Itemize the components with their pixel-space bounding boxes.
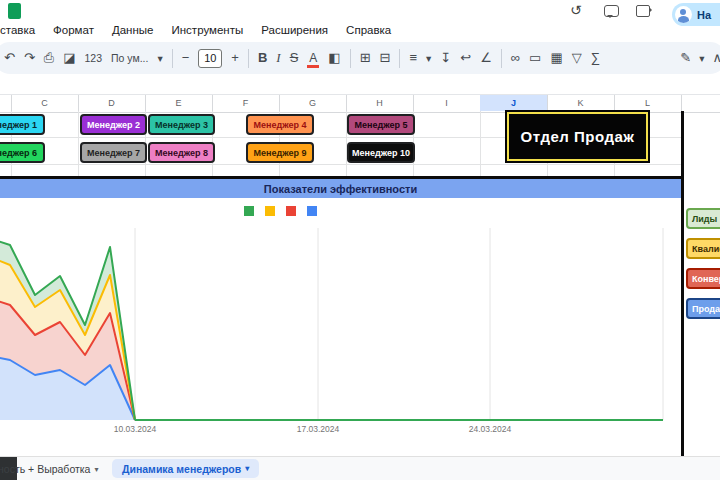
chart-title-banner: Показатели эффективности — [0, 179, 681, 198]
paint-format-icon[interactable]: ◪ — [63, 50, 75, 66]
menu-format[interactable]: Формат — [53, 24, 94, 36]
vertical-align-icon[interactable]: ↧ — [440, 50, 451, 66]
bold-button[interactable]: B — [258, 50, 267, 66]
sales-department-box[interactable]: Отдел Продаж — [507, 112, 648, 161]
text-color-button[interactable]: A — [307, 50, 319, 66]
redo-icon[interactable]: ↷ — [24, 50, 35, 66]
strikethrough-button[interactable]: S — [290, 50, 299, 66]
manager-chip-7[interactable]: Менеджер 7 — [80, 142, 147, 163]
x-axis-tick-label: 17.03.2024 — [288, 424, 348, 434]
black-divider-vertical — [681, 111, 684, 456]
italic-button[interactable]: I — [276, 50, 280, 66]
insert-link-icon[interactable]: ∞ — [511, 50, 520, 66]
menu-data[interactable]: Данные — [112, 24, 154, 36]
legend-swatch — [265, 206, 275, 216]
chevron-down-icon[interactable]: ▾ — [245, 464, 249, 473]
increase-font-icon[interactable]: + — [231, 50, 239, 66]
comments-icon[interactable] — [604, 5, 619, 17]
manager-chip-8[interactable]: Менеджер 8 — [148, 142, 215, 163]
fill-color-icon[interactable]: ◧ — [328, 50, 340, 66]
horizontal-align-icon[interactable]: ≡ — [409, 50, 417, 66]
text-wrap-icon[interactable]: ↩ — [460, 50, 471, 66]
history-icon[interactable]: ↺ — [570, 1, 582, 19]
x-axis-tick-label: 10.03.2024 — [105, 424, 165, 434]
chevron-down-icon[interactable]: ▾ — [94, 465, 98, 474]
toolbar: ↶ ↷ ⎙ ◪ 123 По ум... ▾ − 10 + B I S A ◧ … — [0, 42, 720, 74]
collapse-toolbar-icon[interactable]: ∧ — [712, 50, 720, 66]
share-button-label: На — [697, 9, 711, 21]
person-icon — [675, 6, 692, 23]
metric-chip-leads[interactable]: Лиды — [686, 208, 720, 229]
spreadsheet-app: ↺ На ставка Формат Данные Инструменты Ра… — [0, 0, 720, 480]
sheet-tab-label: ность + Выработка — [0, 463, 90, 475]
align-caret-icon[interactable]: ▾ — [426, 50, 431, 66]
menu-tools[interactable]: Инструменты — [172, 24, 244, 36]
edit-mode-caret-icon[interactable]: ▾ — [699, 50, 704, 66]
legend-swatch — [244, 206, 254, 216]
column-header-f[interactable]: F — [212, 95, 280, 111]
performance-chart[interactable]: Показатели эффективности 10.03.202417.03… — [0, 179, 681, 456]
share-button[interactable]: На — [672, 3, 720, 26]
zoom-caret-icon[interactable]: ▾ — [157, 50, 162, 66]
sheet-tab-label: Динамика менеджеров — [122, 463, 241, 475]
borders-icon[interactable]: ⊞ — [360, 50, 371, 66]
sheets-logo-icon — [8, 3, 21, 19]
sheet-tab-managers-dynamics[interactable]: Динамика менеджеров ▾ — [112, 459, 259, 478]
sheet-tab-productivity[interactable]: ность + Выработка ▾ — [0, 457, 98, 480]
column-header-i[interactable]: I — [413, 95, 481, 111]
manager-chip-4[interactable]: Менеджер 4 — [246, 114, 314, 135]
column-header-h[interactable]: H — [346, 95, 414, 111]
chart-x-axis: 10.03.202417.03.202424.03.2024 — [0, 424, 681, 438]
manager-chip-10[interactable]: Менеджер 10 — [347, 142, 415, 163]
legend-swatch — [307, 206, 317, 216]
column-header-c[interactable]: C — [11, 95, 79, 111]
manager-chip-5[interactable]: Менеджер 5 — [347, 114, 415, 135]
manager-chip-9[interactable]: Менеджер 9 — [246, 142, 314, 163]
text-rotation-icon[interactable]: ∠ — [480, 50, 492, 66]
column-header-l[interactable]: L — [614, 95, 682, 111]
toolbar-divider — [501, 49, 502, 68]
formula-bar[interactable] — [0, 74, 720, 95]
toolbar-divider — [350, 49, 351, 68]
format-as-number-icon[interactable]: 123 — [85, 50, 103, 66]
sheet-tab-bar: ность + Выработка ▾ Динамика менеджеров … — [0, 456, 720, 480]
insert-chart-icon[interactable]: ▦ — [550, 50, 562, 66]
column-header-g[interactable]: G — [279, 95, 347, 111]
manager-chip-1[interactable]: Менеджер 1 — [0, 114, 45, 135]
manager-chip-2[interactable]: Менеджер 2 — [80, 114, 147, 135]
manager-chip-6[interactable]: Менеджер 6 — [0, 142, 45, 163]
zoom-select[interactable]: По ум... — [111, 50, 148, 66]
filter-icon[interactable]: ▽ — [572, 50, 582, 66]
menu-extensions[interactable]: Расширения — [261, 24, 328, 36]
chart-svg — [0, 224, 681, 424]
column-header-k[interactable]: K — [547, 95, 615, 111]
toolbar-divider — [399, 49, 400, 68]
menubar: ставка Формат Данные Инструменты Расшире… — [0, 20, 560, 40]
metric-chip-conversion[interactable]: Конвер — [686, 268, 720, 289]
column-header-j-selected[interactable]: J — [480, 95, 548, 111]
menu-help[interactable]: Справка — [346, 24, 391, 36]
undo-icon[interactable]: ↶ — [4, 50, 15, 66]
titlebar: ↺ На — [0, 0, 720, 20]
print-icon[interactable]: ⎙ — [44, 50, 54, 66]
toolbar-right-group: ✎ ▾ ∧ — [680, 42, 720, 74]
toolbar-divider — [172, 49, 173, 68]
metric-chip-qualified[interactable]: Квалиф — [686, 238, 720, 259]
chart-plot-area — [0, 224, 681, 424]
menu-insert[interactable]: ставка — [0, 24, 35, 36]
font-size-input[interactable]: 10 — [198, 49, 222, 68]
functions-icon[interactable]: ∑ — [591, 50, 600, 66]
x-axis-tick-label: 24.03.2024 — [460, 424, 520, 434]
edit-mode-pencil-icon[interactable]: ✎ — [680, 50, 691, 66]
merge-cells-icon[interactable]: ⊟ — [380, 50, 391, 66]
toolbar-divider — [248, 49, 249, 68]
meet-camera-icon[interactable] — [636, 5, 650, 17]
decrease-font-icon[interactable]: − — [182, 50, 190, 66]
legend-swatch — [286, 206, 296, 216]
column-header-d[interactable]: D — [78, 95, 146, 111]
metric-chip-sales[interactable]: Продаж — [686, 298, 720, 319]
column-header-e[interactable]: E — [145, 95, 213, 111]
column-headers: C D E F G H I J K L — [0, 94, 720, 113]
insert-comment-icon[interactable]: ▭ — [529, 50, 541, 66]
manager-chip-3[interactable]: Менеджер 3 — [148, 114, 215, 135]
